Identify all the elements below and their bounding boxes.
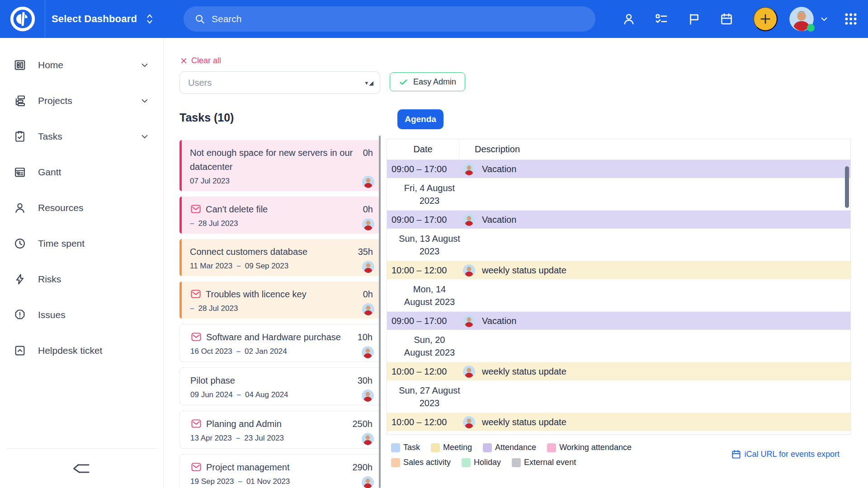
legend-label: Task (403, 443, 420, 452)
agenda-event-row[interactable]: 10:00 – 12:00weekly status update (387, 413, 850, 431)
sidebar-item-label: Risks (38, 274, 61, 285)
task-dates: 16 Oct 2023–02 Jan 2024 (190, 346, 373, 357)
date-line1: Sun, 20 (390, 333, 469, 346)
collapse-sidebar-icon[interactable] (72, 462, 91, 475)
task-title-text: Can't delete file (206, 204, 268, 214)
add-button[interactable] (753, 7, 778, 31)
date-dash-icon: – (190, 304, 194, 313)
legend-item: Task (391, 443, 420, 452)
sidebar-item-helpdesk-ticket[interactable]: Helpdesk ticket (0, 333, 163, 368)
sidebar-item-label: Resources (38, 202, 83, 213)
agenda-event-row[interactable]: 09:00 – 17:00Vacation (387, 160, 850, 178)
sidebar: HomeProjectsTasksGanttResourcesTime spen… (0, 38, 164, 488)
task-hours: 0h (363, 202, 373, 216)
date-line1: Sun, 27 August (390, 384, 469, 397)
sidebar-item-issues[interactable]: Issues (0, 297, 163, 333)
task-card[interactable]: Pilot phase30h09 Jun 2024–04 Aug 2024 (179, 367, 380, 405)
event-description: weekly status update (482, 366, 566, 377)
sidebar-item-resources[interactable]: Resources (0, 190, 163, 225)
date-dash-icon: – (236, 434, 240, 443)
chevron-down-icon (140, 96, 150, 106)
task-card[interactable]: Not enough space for new servers in our … (179, 140, 380, 191)
sidebar-item-label: Time spent (38, 238, 85, 249)
clear-all-button[interactable]: Clear all (180, 56, 221, 66)
event-avatar (463, 163, 475, 175)
legend-swatch (462, 458, 471, 467)
date-line2: August 2023 (390, 296, 469, 308)
easy-admin-chip[interactable]: Easy Admin (390, 72, 465, 91)
date-line2: 2023 (390, 397, 469, 409)
agenda-event-row[interactable]: 09:00 – 17:00Vacation (387, 312, 850, 330)
users-filter-select[interactable]: Users ▾◢ (179, 71, 380, 94)
sidebar-item-tasks[interactable]: Tasks (0, 118, 163, 154)
date-line2: 2023 (390, 194, 469, 207)
task-hours: 35h (358, 245, 373, 259)
task-title-text: Software and Hardware purchase (206, 332, 341, 342)
assignee-avatar (362, 303, 374, 315)
task-card[interactable]: Troubles with licence key0h–28 Jul 2023 (179, 282, 380, 319)
date-dash-icon: – (238, 477, 242, 486)
search-input[interactable] (212, 14, 585, 24)
date-dash-icon: – (190, 219, 194, 228)
checklist-icon[interactable] (655, 12, 668, 26)
sidebar-item-gantt[interactable]: Gantt (0, 154, 163, 190)
legend-label: Attendance (495, 443, 536, 452)
event-avatar (463, 315, 475, 327)
agenda-legend: TaskMeetingAttendanceWorking attendance … (387, 443, 851, 467)
sidebar-item-home[interactable]: Home (0, 47, 163, 83)
legend-item: External event (512, 458, 576, 467)
app-logo[interactable] (0, 0, 45, 38)
column-header-description: Description (459, 139, 850, 160)
task-color-bar (179, 140, 182, 191)
search-bar[interactable] (184, 6, 595, 32)
user-icon[interactable] (622, 12, 636, 26)
task-card[interactable]: Software and Hardware purchase10h16 Oct … (179, 324, 380, 362)
task-card[interactable]: Project management290h19 Sep 2023–01 Nov… (179, 454, 380, 488)
legend-swatch (391, 458, 400, 467)
panel-resize-divider[interactable] (379, 136, 381, 488)
ical-export-link[interactable]: iCal URL for events export (731, 449, 840, 460)
issues-icon (14, 309, 26, 321)
time-spent-icon (14, 237, 26, 250)
apps-grid-icon[interactable] (844, 12, 858, 26)
sidebar-item-label: Issues (38, 310, 66, 320)
flag-icon[interactable] (687, 12, 701, 26)
sidebar-nav: HomeProjectsTasksGanttResourcesTime spen… (0, 47, 163, 368)
agenda-event-row[interactable]: 10:00 – 12:00weekly status update (387, 362, 850, 380)
tasks-list: Not enough space for new servers in our … (179, 140, 380, 488)
task-card[interactable]: Connect customers database35h11 Mar 2023… (179, 239, 380, 276)
legend-item: Holiday (462, 458, 501, 467)
sidebar-item-risks[interactable]: Risks (0, 261, 163, 297)
task-title-text: Troubles with licence key (206, 289, 307, 299)
agenda-date-row: Fri, 4 August2023 (387, 178, 850, 211)
online-status-dot (807, 24, 815, 32)
agenda-date-row: Sun, 3September (387, 431, 850, 435)
agenda-event-row[interactable]: 10:00 – 12:00weekly status update (387, 261, 850, 279)
close-icon (180, 57, 188, 65)
check-icon (399, 77, 408, 87)
legend-label: Holiday (474, 458, 501, 467)
task-title-text: Project management (206, 462, 290, 472)
date-dash-icon: – (237, 390, 241, 399)
dashboard-selector-label: Select Dashboard (52, 13, 137, 25)
event-avatar (463, 416, 475, 428)
legend-swatch (431, 443, 440, 452)
task-title: Not enough space for new servers in our … (190, 146, 358, 174)
user-menu[interactable] (789, 7, 829, 31)
task-dates: –28 Jul 2023 (190, 303, 373, 314)
agenda-event-row[interactable]: 09:00 – 17:00Vacation (387, 211, 850, 229)
calendar-icon[interactable] (720, 12, 733, 26)
agenda-scrollbar[interactable] (845, 166, 849, 208)
legend-swatch (391, 443, 400, 452)
task-card[interactable]: Planing and Admin250h13 Apr 2023–23 Jul … (179, 411, 380, 449)
task-hours: 250h (353, 417, 373, 431)
sidebar-item-time-spent[interactable]: Time spent (0, 225, 163, 261)
task-dates: –28 Jul 2023 (190, 218, 373, 229)
task-card[interactable]: Can't delete file0h–28 Jul 2023 (179, 197, 380, 234)
agenda-button[interactable]: Agenda (397, 109, 443, 129)
sidebar-item-projects[interactable]: Projects (0, 83, 163, 118)
dashboard-selector[interactable]: Select Dashboard (45, 13, 164, 25)
event-description: Vacation (482, 316, 516, 326)
envelope-icon (190, 204, 202, 214)
envelope-icon (190, 332, 202, 342)
